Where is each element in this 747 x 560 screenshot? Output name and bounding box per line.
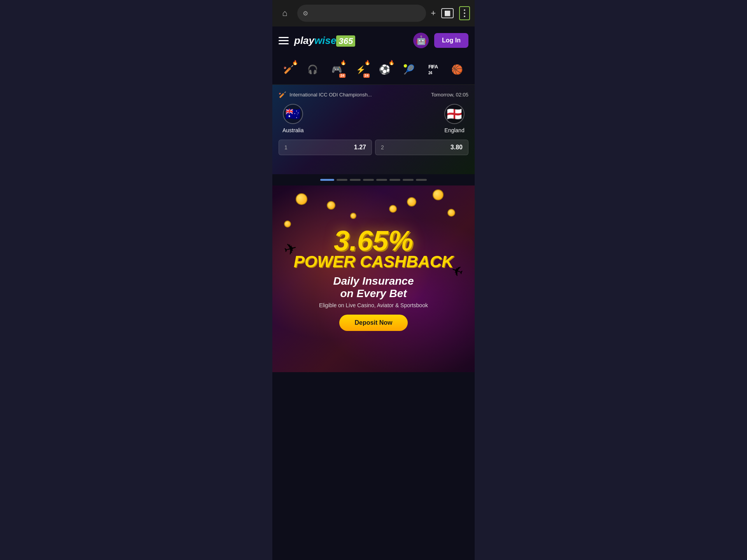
phone-container: ⌂ ⚙ + ⬜ playwise365 [272,0,475,560]
fifa-icon: FIFA24 [428,64,438,75]
promo-description: Eligible on Live Casino, Aviator & Sport… [294,302,454,308]
deposit-now-button[interactable]: Deposit Now [339,315,408,331]
odds-label-2: 2 [381,144,384,150]
esports1-fire-icon: 🔥 [340,60,346,65]
sport-item-tennis[interactable]: 🎾 [398,58,420,81]
odds-value-1: 1.27 [354,144,366,151]
tennis-icon-wrap: 🎾 [401,61,417,78]
tabs-button[interactable]: ⬜ [441,8,454,18]
login-button[interactable]: Log In [434,33,468,48]
android-icon: 🤖 [416,35,426,46]
sport-item-soccer[interactable]: ⚽ 🔥 [374,58,396,81]
promo-subtitle-text1: Daily Insurance [333,275,414,287]
soccer-icon-wrap: ⚽ 🔥 [377,61,393,78]
coin-2 [327,201,335,210]
cashback-percent: 3.65% [294,227,454,255]
sport-item-esports2[interactable]: ⚡ 🔥 24 [349,58,372,81]
sports-nav: 🏏 🔥 🎧 🎮 🔥 24 ⚡ 🔥 24 [272,54,475,85]
headset-icon: 🎧 [307,65,318,75]
logo-text: playwise365 [294,35,355,47]
sport-item-headset[interactable]: 🎧 [301,58,324,81]
bottom-nav-hint [272,537,475,560]
home-icon: ⌂ [282,8,287,18]
coin-3 [433,189,444,200]
cricket-match-icon: 🏏 [279,91,286,98]
australia-flag-icon: 🇦🇺 [285,107,301,121]
menu-dot-1 [464,9,465,11]
esports1-icon-wrap: 🎮 🔥 24 [328,61,345,78]
odds-button-2[interactable]: 2 3.80 [375,140,468,155]
england-flag: 🏴󠁧󠁢󠁥󠁮󠁧󠁿 [444,104,465,124]
browser-menu-button[interactable] [459,6,470,20]
menu-dot-2 [464,12,465,14]
featured-match: 🏏 International ICC ODI Championsh... To… [272,85,475,174]
logo: playwise365 [294,35,408,47]
browser-controls: + ⬜ [431,6,470,20]
dot-2[interactable] [337,179,347,181]
australia-flag: 🇦🇺 [283,104,303,124]
esports2-icon: ⚡ [356,65,366,74]
dot-5[interactable] [376,179,387,181]
dot-1[interactable] [320,179,334,181]
hamburger-line-3 [279,43,289,44]
fifa-icon-wrap: FIFA24 [425,61,441,78]
england-flag-icon: 🏴󠁧󠁢󠁥󠁮󠁧󠁿 [447,107,462,121]
odds-row: 1 1.27 2 3.80 [279,140,468,155]
logo-365: 365 [336,35,355,47]
esports2-badge: 24 [363,74,370,78]
url-bar[interactable]: ⚙ [297,5,426,22]
sport-item-cricket[interactable]: 🏏 🔥 [277,58,300,81]
menu-dot-3 [464,16,465,17]
app-header: playwise365 🤖 Log In [272,26,475,54]
soccer-fire-icon: 🔥 [389,60,395,65]
cashback-label: POWER CASHBACK [294,252,454,271]
sport-item-esports1[interactable]: 🎮 🔥 24 [325,58,348,81]
dot-7[interactable] [403,179,414,181]
promo-banner: ✈ ✈ 3.65% POWER CASHBACK Daily Insurance… [272,186,475,372]
tennis-icon: 🎾 [403,64,415,75]
promo-subtitle: Daily Insurance on Every Bet [294,275,454,300]
soccer-icon: ⚽ [379,64,391,75]
coin-8 [389,205,397,213]
match-time: Tomorrow, 02:05 [431,92,468,98]
avatar-icon[interactable]: 🤖 [413,33,429,48]
team-australia: 🇦🇺 Australia [282,104,303,133]
dot-8[interactable] [416,179,427,181]
team-england: 🏴󠁧󠁢󠁥󠁮󠁧󠁿 England [444,104,465,133]
sport-item-basketball[interactable]: 🏀 [446,58,468,81]
coin-6 [407,197,416,206]
esports2-fire-icon: 🔥 [365,60,370,65]
sport-item-fifa[interactable]: FIFA24 [422,58,444,81]
odds-value-2: 3.80 [451,144,463,151]
logo-play: play [294,35,314,46]
australia-name: Australia [282,127,303,133]
browser-home-button[interactable]: ⌂ [277,5,293,21]
url-settings-icon: ⚙ [303,10,308,17]
basketball-icon: 🏀 [451,64,463,75]
esports2-icon-wrap: ⚡ 🔥 24 [352,61,369,78]
hamburger-line-1 [279,37,289,38]
odds-label-1: 1 [284,144,288,150]
odds-button-1[interactable]: 1 1.27 [279,140,372,155]
coin-4 [447,209,455,217]
hamburger-menu-button[interactable] [279,37,289,44]
esports1-badge: 24 [339,74,345,78]
cricket-icon: 🏏 [283,65,294,75]
cricket-fire-icon: 🔥 [292,60,298,65]
dot-4[interactable] [363,179,374,181]
new-tab-button[interactable]: + [431,8,436,18]
basketball-icon-wrap: 🏀 [449,61,465,78]
dot-3[interactable] [350,179,361,181]
promo-content: 3.65% POWER CASHBACK Daily Insurance on … [286,219,461,339]
teams-row: 🇦🇺 Australia 🏴󠁧󠁢󠁥󠁮󠁧󠁿 England [279,104,468,133]
coin-1 [296,193,307,205]
hamburger-line-2 [279,40,289,41]
tabs-icon: ⬜ [444,10,451,16]
coin-7 [350,213,356,219]
match-title: International ICC ODI Championsh... [289,92,428,98]
dot-6[interactable] [389,179,400,181]
promo-subtitle-text2: on Every Bet [340,287,407,299]
logo-wise: wise [314,35,336,46]
esports1-icon: 🎮 [331,65,342,75]
match-header: 🏏 International ICC ODI Championsh... To… [279,91,468,98]
